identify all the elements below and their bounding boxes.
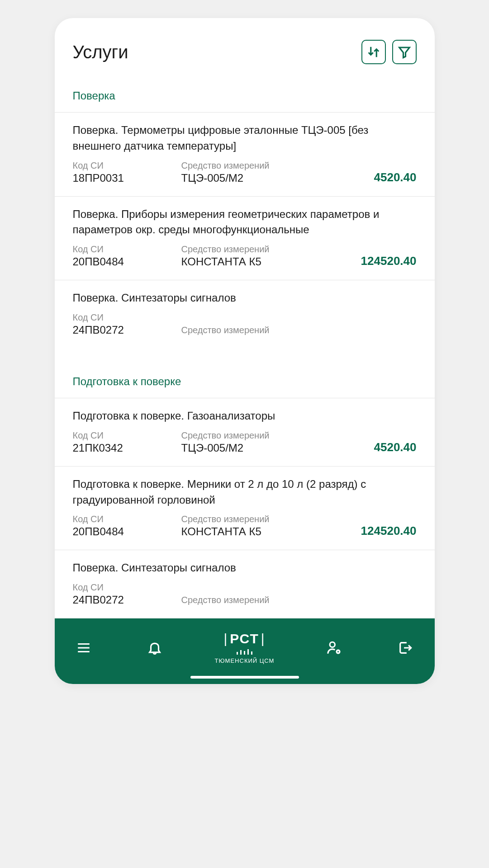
service-details: Код СИ 21ПК0342 Средство измерений ТЦЭ-0…	[73, 430, 417, 454]
menu-icon	[76, 640, 91, 656]
notifications-button[interactable]	[144, 637, 166, 659]
logo-home-button[interactable]: | РСТ | ТЮМЕНСКИЙ ЦСМ	[215, 631, 275, 664]
code-value: 24ПВ0272	[73, 594, 181, 606]
device-label: Средство измерений	[181, 514, 349, 524]
device-label: Средство измерений	[181, 595, 349, 605]
menu-button[interactable]	[73, 637, 95, 659]
price-value: 124520.40	[349, 254, 417, 268]
price-value: 4520.40	[349, 440, 417, 454]
nav-padding	[55, 672, 435, 684]
service-title: Поверка. Приборы измерения геометрически…	[73, 207, 417, 238]
code-label: Код СИ	[73, 160, 181, 171]
device-label: Средство измерений	[181, 325, 349, 335]
service-item[interactable]: Поверка. Приборы измерения геометрически…	[55, 196, 435, 280]
price-value: 124520.40	[349, 524, 417, 538]
device-label: Средство измерений	[181, 160, 349, 171]
sort-button[interactable]	[361, 40, 386, 64]
code-value: 18ПР0031	[73, 172, 181, 184]
logo-subtitle: ТЮМЕНСКИЙ ЦСМ	[215, 657, 275, 664]
logo-icon: | РСТ |	[223, 631, 265, 646]
service-details: Код СИ 24ПВ0272 Средство измерений	[73, 582, 417, 606]
service-details: Код СИ 24ПВ0272 Средство измерений	[73, 312, 417, 336]
home-indicator[interactable]	[190, 676, 299, 679]
service-title: Поверка. Синтезаторы сигналов	[73, 290, 417, 306]
user-settings-icon	[327, 640, 342, 656]
section-header: Подготовка к поверке	[55, 348, 435, 398]
code-value: 20ПВ0484	[73, 255, 181, 268]
svg-point-3	[330, 642, 335, 647]
service-details: Код СИ 20ПВ0484 Средство измерений КОНСТ…	[73, 244, 417, 268]
service-title: Подготовка к поверке. Газоанализаторы	[73, 408, 417, 424]
service-item[interactable]: Подготовка к поверке. Мерники от 2 л до …	[55, 466, 435, 550]
bell-icon	[147, 640, 162, 656]
code-label: Код СИ	[73, 582, 181, 593]
service-item[interactable]: Поверка. Синтезаторы сигналов Код СИ 24П…	[55, 280, 435, 348]
device-value: КОНСТАНТА К5	[181, 255, 349, 268]
service-details: Код СИ 18ПР0031 Средство измерений ТЦЭ-0…	[73, 160, 417, 184]
code-label: Код СИ	[73, 430, 181, 441]
code-label: Код СИ	[73, 514, 181, 524]
sort-icon	[367, 45, 380, 59]
code-label: Код СИ	[73, 312, 181, 323]
logo-bars-icon	[237, 649, 252, 655]
logout-icon	[398, 640, 413, 656]
service-item[interactable]: Поверка. Термометры цифровые эталонные Т…	[55, 112, 435, 196]
code-label: Код СИ	[73, 244, 181, 255]
page-title: Услуги	[73, 42, 128, 62]
code-value: 24ПВ0272	[73, 324, 181, 336]
service-title: Поверка. Термометры цифровые эталонные Т…	[73, 123, 417, 154]
service-item[interactable]: Поверка. Синтезаторы сигналов Код СИ 24П…	[55, 550, 435, 618]
code-value: 21ПК0342	[73, 442, 181, 454]
app-screen: Услуги Поверка Поверка. Термометры цифро…	[55, 18, 435, 684]
filter-button[interactable]	[392, 40, 417, 64]
code-value: 20ПВ0484	[73, 525, 181, 538]
device-label: Средство измерений	[181, 430, 349, 441]
svg-point-4	[337, 650, 340, 653]
service-details: Код СИ 20ПВ0484 Средство измерений КОНСТ…	[73, 514, 417, 538]
bottom-nav: | РСТ | ТЮМЕНСКИЙ ЦСМ	[55, 618, 435, 672]
header: Услуги	[55, 18, 435, 78]
device-value: ТЦЭ-005/М2	[181, 172, 349, 184]
header-actions	[361, 40, 417, 64]
profile-settings-button[interactable]	[323, 637, 345, 659]
service-title: Подготовка к поверке. Мерники от 2 л до …	[73, 476, 417, 508]
device-value: ТЦЭ-005/М2	[181, 442, 349, 454]
price-value: 4520.40	[349, 170, 417, 184]
device-value: КОНСТАНТА К5	[181, 525, 349, 538]
filter-icon	[398, 45, 411, 59]
section-header: Поверка	[55, 78, 435, 112]
logout-button[interactable]	[394, 637, 416, 659]
service-title: Поверка. Синтезаторы сигналов	[73, 560, 417, 576]
content-list: Поверка Поверка. Термометры цифровые эта…	[55, 78, 435, 618]
service-item[interactable]: Подготовка к поверке. Газоанализаторы Ко…	[55, 398, 435, 466]
device-label: Средство измерений	[181, 244, 349, 255]
